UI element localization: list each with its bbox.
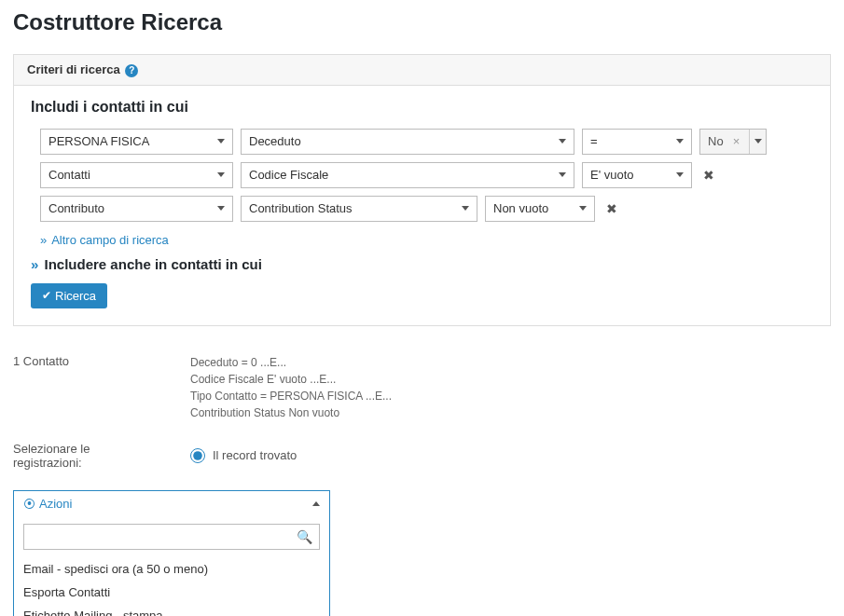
chevron-down-icon [462,206,469,211]
operator-select[interactable]: Non vuoto [485,196,595,222]
search-button-label: Ricerca [55,289,96,303]
actions-dropdown[interactable]: ⦿ Azioni 🔍 Email - spedisci ora (a 50 o … [13,490,330,616]
value-tag[interactable]: No × [699,129,767,155]
chevron-down-icon [559,139,566,144]
found-record-radio[interactable] [190,448,205,463]
include-also-label: Includere anche in contatti in cui [45,256,262,272]
field-select[interactable]: Contribution Status [241,196,477,222]
chevron-down-icon [676,139,684,144]
field-select[interactable]: Codice Fiscale [241,162,574,188]
value-tag-label: No [708,134,724,148]
search-criteria-panel: Includi i contatti in cui PERSONA FISICA… [13,85,831,326]
actions-label: Azioni [39,497,72,511]
criteria-row: PERSONA FISICA Deceduto = No × [40,129,813,155]
add-search-field-label: Altro campo di ricerca [51,233,169,247]
actions-option[interactable]: Esporta Contatti [14,581,329,604]
chevron-down-icon [217,139,225,144]
operator-value: = [590,130,598,154]
include-also-section[interactable]: » Includere anche in contatti in cui [31,256,813,272]
remove-criteria-icon[interactable]: ✖ [699,168,718,183]
chevron-down-icon [676,172,684,177]
criteria-row: Contatti Codice Fiscale E' vuoto ✖ [40,162,813,188]
operator-value: Non vuoto [493,197,548,221]
operator-select[interactable]: E' vuoto [582,162,692,188]
entity-type-value: Contributo [48,197,104,221]
entity-type-select[interactable]: Contatti [40,162,233,188]
summary-line: Contribution Status Non vuoto [190,404,392,421]
add-search-field-link[interactable]: » Altro campo di ricerca [40,233,813,247]
criteria-row: Contributo Contribution Status Non vuoto… [40,196,813,222]
chevron-down-icon[interactable] [749,130,762,154]
chevron-up-icon [312,501,320,506]
summary-line: Tipo Contatto = PERSONA FISICA ...E... [190,388,392,404]
search-button[interactable]: ✔ Ricerca [31,283,107,308]
results-area: 1 Contatto Deceduto = 0 ...E... Codice F… [13,354,831,616]
clear-value-icon[interactable]: × [729,134,744,148]
criteria-heading-label: Criteri di ricerca [27,62,120,76]
actions-option[interactable]: Email - spedisci ora (a 50 o meno) [14,557,329,581]
summary-line: Codice Fiscale E' vuoto ...E... [190,371,392,388]
criteria-summary: Deceduto = 0 ...E... Codice Fiscale E' v… [190,354,392,421]
found-record-label: Il record trovato [213,448,297,462]
raquo-icon: » [31,256,38,272]
field-value: Contribution Status [249,197,353,221]
include-contacts-heading: Includi i contatti in cui [31,99,813,116]
entity-type-value: Contatti [48,163,90,187]
select-records-radio[interactable]: Il record trovato [190,448,297,463]
actions-list[interactable]: Email - spedisci ora (a 50 o meno)Esport… [14,557,329,616]
page-title: Costruttore Ricerca [13,9,831,35]
select-records-label: Selezionare le registrazioni: [13,442,153,470]
entity-type-value: PERSONA FISICA [48,130,149,154]
raquo-icon: » [40,233,47,247]
summary-line: Deceduto = 0 ...E... [190,354,392,371]
field-value: Codice Fiscale [249,163,328,187]
check-icon: ✔ [42,289,51,302]
field-value: Deceduto [249,130,301,154]
actions-search-input[interactable] [23,524,320,550]
chevron-down-icon [579,206,587,211]
entity-type-select[interactable]: Contributo [40,196,233,222]
entity-type-select[interactable]: PERSONA FISICA [40,129,233,155]
operator-select[interactable]: = [582,129,692,155]
search-icon: 🔍 [297,529,312,544]
operator-value: E' vuoto [590,163,634,187]
chevron-down-icon [559,172,566,177]
chevron-down-icon [217,172,225,177]
field-select[interactable]: Deceduto [241,129,574,155]
actions-option[interactable]: Etichette Mailing - stampa [14,604,329,616]
result-count-label: 1 Contatto [13,354,153,421]
chevron-down-icon [217,206,225,211]
gear-icon: ⦿ [23,497,35,511]
search-criteria-heading[interactable]: Criteri di ricerca ? [13,54,831,85]
help-icon[interactable]: ? [125,64,138,77]
actions-dropdown-header[interactable]: ⦿ Azioni [14,491,329,516]
remove-criteria-icon[interactable]: ✖ [602,201,621,216]
